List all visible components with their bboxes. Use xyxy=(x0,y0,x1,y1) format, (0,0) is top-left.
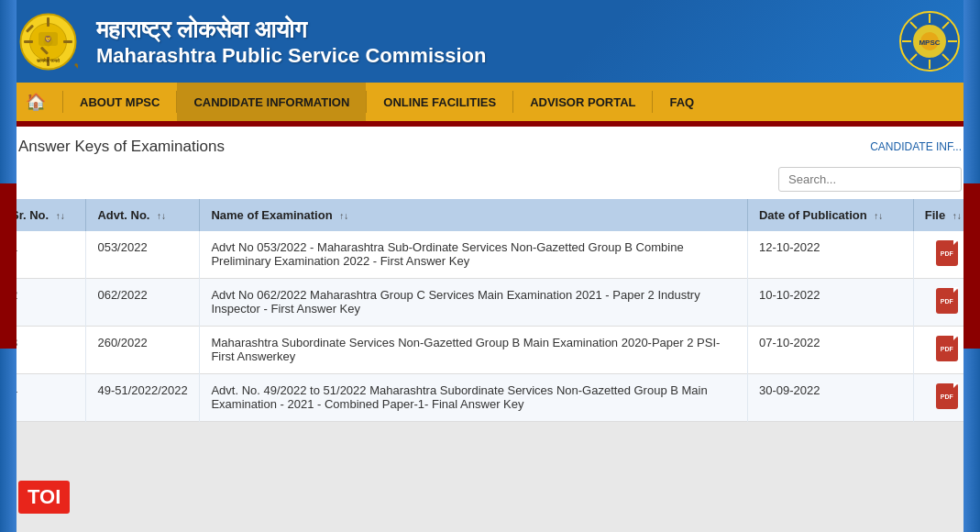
svg-text:सत्यमेव जयते: सत्यमेव जयते xyxy=(36,58,60,63)
header: 🦁 सत्यमेव जयते महाराष्ट्र लोकसेवा आयोग M… xyxy=(0,0,980,83)
search-container xyxy=(0,163,980,199)
svg-rect-9 xyxy=(74,62,78,71)
cell-adv-no: 053/2022 xyxy=(86,231,200,279)
table-container: Sr. No. ↑↓ Advt. No. ↑↓ Name of Examinat… xyxy=(0,199,980,422)
toi-badge: TOI xyxy=(18,481,70,514)
search-input[interactable] xyxy=(778,167,962,192)
cell-date: 30-09-2022 xyxy=(747,374,913,422)
cell-date: 07-10-2022 xyxy=(747,327,913,374)
cell-name: Advt No 062/2022 Maharashtra Group C Ser… xyxy=(200,279,748,327)
cell-date: 12-10-2022 xyxy=(747,231,913,279)
sort-file[interactable]: ↑↓ xyxy=(952,211,962,221)
table-row: 2 062/2022 Advt No 062/2022 Maharashtra … xyxy=(0,279,980,327)
marathi-title: महाराष्ट्र लोकसेवा आयोग xyxy=(96,16,879,44)
nav-home[interactable]: 🏠 xyxy=(9,83,62,121)
sort-name[interactable]: ↑↓ xyxy=(339,211,348,221)
cell-name: Advt. No. 49/2022 to 51/2022 Maharashtra… xyxy=(200,374,748,422)
breadcrumb-bar: Answer Keys of Examinations CANDIDATE IN… xyxy=(0,127,980,163)
nav-about-mpsc[interactable]: ABOUT MPSC xyxy=(63,83,176,121)
svg-rect-3 xyxy=(47,17,50,27)
nav-online-facilities[interactable]: ONLINE FACILITIES xyxy=(367,83,512,121)
table-row: 4 49-51/2022/2022 Advt. No. 49/2022 to 5… xyxy=(0,374,980,422)
page-title: Answer Keys of Examinations xyxy=(18,138,225,156)
pdf-download-icon[interactable] xyxy=(936,336,958,361)
table-row: 3 260/2022 Maharashtra Subordinate Servi… xyxy=(0,327,980,374)
red-left-stripe xyxy=(0,183,17,349)
svg-rect-6 xyxy=(63,40,72,43)
col-name[interactable]: Name of Examination ↑↓ xyxy=(200,199,748,231)
cell-date: 10-10-2022 xyxy=(747,279,913,327)
mpsc-logo: MPSC xyxy=(897,9,962,73)
header-title: महाराष्ट्र लोकसेवा आयोग Maharashtra Publ… xyxy=(96,16,879,68)
pdf-download-icon[interactable] xyxy=(936,383,958,409)
nav-candidate-information[interactable]: CANDIDATE INFORMATION xyxy=(177,83,366,121)
cell-adv-no: 062/2022 xyxy=(86,279,200,327)
red-right-stripe xyxy=(963,183,980,349)
svg-rect-5 xyxy=(24,40,33,43)
sort-sr-no[interactable]: ↑↓ xyxy=(56,211,65,221)
navbar: 🏠 ABOUT MPSC CANDIDATE INFORMATION ONLIN… xyxy=(0,83,980,121)
cell-adv-no: 260/2022 xyxy=(86,327,200,374)
pdf-download-icon[interactable] xyxy=(936,288,958,314)
col-adv-no[interactable]: Advt. No. ↑↓ xyxy=(86,199,200,231)
nav-advisor-portal[interactable]: ADVISOR PORTAL xyxy=(513,83,652,121)
ashoka-emblem: 🦁 सत्यमेव जयते xyxy=(18,12,78,72)
pdf-download-icon[interactable] xyxy=(936,240,958,266)
cell-name: Maharashtra Subordinate Services Non-Gaz… xyxy=(200,327,748,374)
cell-adv-no: 49-51/2022/2022 xyxy=(86,374,200,422)
col-date[interactable]: Date of Publication ↑↓ xyxy=(747,199,913,231)
content-area: Answer Keys of Examinations CANDIDATE IN… xyxy=(0,127,980,422)
svg-text:MPSC: MPSC xyxy=(919,39,940,47)
nav-faq[interactable]: FAQ xyxy=(653,83,710,121)
sort-adv-no[interactable]: ↑↓ xyxy=(157,211,166,221)
svg-text:🦁: 🦁 xyxy=(44,35,52,43)
cell-name: Advt No 053/2022 - Maharashtra Sub-Ordin… xyxy=(200,231,748,279)
breadcrumb-right: CANDIDATE INF... xyxy=(870,140,962,153)
answer-keys-table: Sr. No. ↑↓ Advt. No. ↑↓ Name of Examinat… xyxy=(0,199,980,422)
sort-date[interactable]: ↑↓ xyxy=(874,211,883,221)
english-title: Maharashtra Public Service Commission xyxy=(96,44,879,68)
table-header-row: Sr. No. ↑↓ Advt. No. ↑↓ Name of Examinat… xyxy=(0,199,980,231)
table-row: 1 053/2022 Advt No 053/2022 - Maharashtr… xyxy=(0,231,980,279)
